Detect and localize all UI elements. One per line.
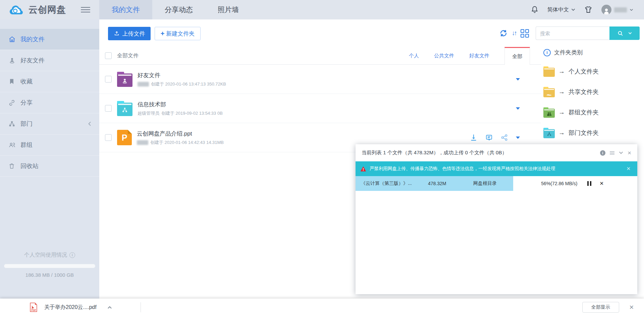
group-folder-icon — [543, 109, 555, 118]
upload-button-label: 上传文件 — [122, 30, 145, 38]
svg-text:PDF: PDF — [32, 309, 37, 311]
download-icon[interactable] — [470, 134, 478, 142]
filter-tab-personal[interactable]: 个人 — [409, 47, 419, 64]
toolbar: 上传文件 + 新建文件夹 ↓↑ — [99, 19, 644, 47]
sidebar-item-recycle-bin[interactable]: 回收站 — [0, 156, 99, 177]
info-icon[interactable]: i — [600, 150, 605, 156]
search-icon — [617, 30, 624, 37]
sidebar-item-department[interactable]: 部门 — [0, 113, 99, 135]
tab-label: 照片墙 — [218, 5, 239, 14]
avatar — [601, 5, 611, 15]
share-icon[interactable] — [500, 134, 508, 142]
pause-icon[interactable] — [587, 181, 591, 186]
logo: 云创网盘 — [0, 0, 99, 19]
chevron-left-icon[interactable] — [88, 121, 91, 126]
row-checkbox[interactable] — [105, 105, 112, 112]
sidebar-item-label: 收藏 — [20, 77, 33, 86]
bell-icon[interactable] — [531, 5, 539, 14]
bookmark-icon — [8, 78, 16, 85]
info-icon[interactable]: i — [69, 252, 75, 258]
pdf-file-icon: PDF — [30, 303, 38, 312]
chevron-down-icon — [571, 8, 575, 11]
comment-icon[interactable] — [485, 134, 493, 142]
cancel-upload-icon[interactable]: ✕ — [599, 180, 604, 187]
new-folder-button[interactable]: + 新建文件夹 — [155, 27, 201, 40]
sidebar-item-friend-files[interactable]: 好友文件 — [0, 50, 99, 71]
sort-icon[interactable]: ↓↑ — [512, 30, 516, 37]
cloud-drive-app: 云创网盘 我的文件 分享动态 照片墙 简体中文 — [0, 0, 644, 316]
group-icon — [8, 141, 16, 149]
tab-photo-wall[interactable]: 照片墙 — [205, 0, 251, 19]
filter-tab-public-files[interactable]: 公共文件 — [434, 47, 454, 64]
upload-panel-header: 当前列表 1 个文件（共 478.32M），成功上传 0 个文件（共 0B） i… — [356, 144, 637, 161]
filter-tab-friend-files[interactable]: 好友文件 — [469, 47, 489, 64]
department-folder-icon — [117, 103, 132, 116]
select-all-label: 全部文件 — [117, 52, 139, 59]
notice-filename[interactable]: 关于举办2020云....pdf — [44, 304, 97, 311]
user-account[interactable] — [601, 5, 633, 15]
header-right: 简体中文 — [531, 0, 644, 19]
storage-usage-text: 186.38 MB / 1000 GB — [0, 272, 99, 278]
sidebar-item-my-files[interactable]: 我的文件 — [0, 29, 99, 50]
row-checkbox[interactable] — [105, 76, 112, 83]
department-folder-icon — [543, 129, 555, 138]
username-redacted — [614, 7, 627, 12]
upload-file-button[interactable]: 上传文件 — [108, 27, 151, 40]
tab-share-activity[interactable]: 分享动态 — [152, 0, 205, 19]
file-name[interactable]: 云创网盘产品介绍.ppt — [137, 130, 224, 138]
close-icon[interactable]: ✕ — [629, 304, 634, 311]
refresh-icon[interactable] — [499, 29, 507, 37]
category-personal-folder[interactable]: → 个人文件夹 — [543, 66, 641, 77]
chevron-up-icon[interactable] — [107, 306, 112, 309]
personal-folder-icon — [543, 68, 555, 77]
sidebar-item-favorites[interactable]: 收藏 — [0, 71, 99, 92]
ppt-file-icon: P — [117, 130, 132, 145]
sidebar-item-groups[interactable]: 群组 — [0, 135, 99, 156]
hamburger-menu-icon[interactable] — [81, 5, 90, 14]
tab-my-files[interactable]: 我的文件 — [99, 0, 152, 19]
category-shared-folder[interactable]: → 共享文件夹 — [543, 87, 641, 97]
select-all-checkbox[interactable] — [105, 52, 112, 59]
logo-text: 云创网盘 — [29, 4, 66, 16]
language-selector[interactable]: 简体中文 — [547, 6, 575, 13]
search-input[interactable] — [536, 27, 609, 40]
search-button[interactable] — [609, 27, 640, 40]
upload-summary: 当前列表 1 个文件（共 478.32M），成功上传 0 个文件（共 0B） — [362, 150, 507, 156]
upload-icon — [114, 31, 120, 37]
arrow-right-icon: → — [558, 129, 565, 137]
show-all-button[interactable]: 全部显示 — [582, 302, 619, 313]
sidebar-item-label: 分享 — [20, 99, 33, 107]
row-dropdown-caret[interactable] — [516, 78, 520, 81]
file-list: 全部文件 个人 公共文件 好友文件 全部 好友文件 创 — [99, 47, 541, 152]
banner-close-icon[interactable]: ✕ — [626, 166, 633, 172]
category-department-folder[interactable]: → 部门文件夹 — [543, 127, 641, 138]
row-dropdown-caret[interactable] — [516, 107, 520, 110]
chevron-down-icon[interactable] — [619, 151, 623, 154]
theme-tshirt-icon[interactable] — [584, 6, 593, 14]
home-icon — [8, 36, 16, 43]
grid-view-icon[interactable] — [521, 29, 529, 38]
sidebar-item-share[interactable]: 分享 — [0, 92, 99, 113]
chevron-down-icon — [628, 32, 632, 35]
minimize-list-icon[interactable] — [610, 152, 614, 154]
file-row[interactable]: 好友文件 创建于 2020-01-06 13:47:13 350.72KB — [99, 65, 541, 94]
file-meta-text: 创建于 2020-01-06 14:42:43 14.31MB — [150, 140, 224, 146]
file-meta: 创建于 2020-01-06 14:42:43 14.31MB — [137, 140, 224, 146]
warning-icon — [360, 166, 366, 172]
file-name[interactable]: 好友文件 — [138, 71, 226, 79]
filter-tab-all[interactable]: 全部 — [504, 47, 530, 65]
row-checkbox[interactable] — [105, 134, 112, 141]
file-meta: 创建于 2020-01-06 13:47:13 350.72KB — [138, 81, 226, 87]
file-row[interactable]: 信息技术部 超级管理员 创建于 2019-09-02 13:54:33 0B — [99, 94, 541, 123]
upload-progress-text: 56%(72.86 MB/s) — [541, 181, 577, 186]
upload-item-destination: 网盘根目录 — [473, 180, 497, 187]
storage-progress-bar — [4, 264, 95, 268]
sidebar-item-label: 回收站 — [20, 162, 39, 170]
category-group-folder[interactable]: → 群组文件夹 — [543, 107, 641, 118]
file-name[interactable]: 信息技术部 — [138, 101, 223, 108]
close-icon[interactable]: × — [628, 150, 631, 156]
upload-warning-banner: 严禁利用网盘上传、传播暴力恐怖、色情等违法信息，一经发现将严格按照相关法律法规处… — [356, 161, 637, 176]
row-dropdown-caret[interactable] — [516, 137, 520, 139]
file-creator: 超级管理员 — [138, 110, 159, 116]
category-label: 部门文件夹 — [569, 129, 599, 137]
